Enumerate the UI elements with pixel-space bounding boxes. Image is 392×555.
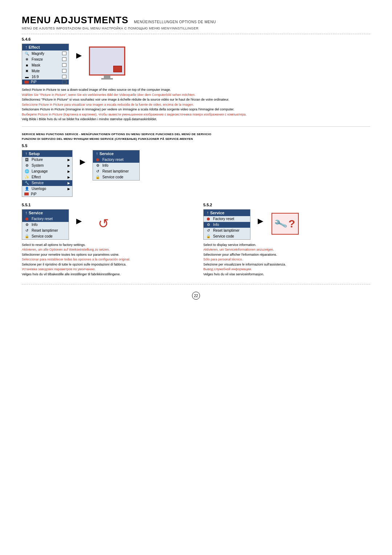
552-item-factory[interactable]: Factory reset <box>204 216 250 222</box>
page-subtitle-2: MENÚ DE AJUSTES IMPOSTAZIONI DAL MENU НА… <box>22 27 370 30</box>
section-551-552-container: 5.5.1 ↑ Service Factory reset ⚙ Info <box>22 203 370 281</box>
mute-label: Mute <box>32 69 40 73</box>
pip-setup-label: PiP <box>31 192 37 196</box>
service-head-line2: FUNZIONI DI SERVIZIO DEL MENU ФУНКЦИИ МЕ… <box>22 137 370 141</box>
service-item-info[interactable]: ⚙ Info <box>93 163 139 169</box>
effect-item-mute[interactable]: ✖ Mute <box>22 68 69 74</box>
effect-item-magnify[interactable]: 🔍 Magnify <box>22 50 69 56</box>
reset-preview: ↺ <box>89 212 118 236</box>
desc-551-fr: Sélectionner pour remettre toutes les op… <box>22 252 189 258</box>
552-info-icon: ⚙ <box>206 222 211 227</box>
setup-item-language[interactable]: 🌐 Language ▶ <box>22 169 72 174</box>
section-552-menus: ↑ Service Factory reset ⚙ Info ↺ Reset l… <box>203 209 370 240</box>
effect-icon: ✨ <box>24 175 29 180</box>
page-title: MENU ADJUSTMENTS <box>22 15 128 25</box>
service-551-menu-label: Service <box>29 211 43 215</box>
desc-551-es: Seleccionar para restablecer todas las o… <box>22 257 189 262</box>
freeze-check <box>62 57 66 61</box>
section-546-label: 5.4.6 <box>22 37 370 41</box>
551-item-code[interactable]: 🔒 Service code <box>22 234 69 239</box>
desc-546-de: Wählen Sie "Picture in Picture", wenn Si… <box>22 93 370 98</box>
552-item-code[interactable]: 🔒 Service code <box>204 234 250 239</box>
section-55: 5.5 ↑ Setup 🖼 Picture ▶ ⚙ System ▶ <box>22 143 370 197</box>
section-546: 5.4.6 ↑ Effect 🔍 Magnify ❄ Freeze <box>22 37 370 122</box>
mid-divider <box>22 126 370 127</box>
service-arrow: ▶ <box>68 181 70 185</box>
setup-item-pip[interactable]: PiP <box>22 192 72 197</box>
desc-546-es: Seleccione Picture in Picture para visua… <box>22 102 370 108</box>
language-icon: 🌐 <box>24 169 29 174</box>
desc-552-en: Select to display service information. <box>203 243 370 248</box>
pip-icon <box>24 81 29 84</box>
effect-item-freeze[interactable]: ❄ Freeze <box>22 56 69 62</box>
setup-item-system[interactable]: ⚙ System ▶ <box>22 163 72 169</box>
551-item-resetlamp[interactable]: ↺ Reset lamptimer <box>22 228 69 234</box>
reset-preview-icon: ↺ <box>98 216 109 231</box>
page-number: 22 <box>192 292 200 300</box>
effect-menu-label: Effect <box>29 45 40 49</box>
552-factory-dot-icon <box>206 216 211 222</box>
service-head-line1: SERVICE MENU FUNCTIONS SERVICE - MENÜFUN… <box>22 133 370 136</box>
setup-item-picture[interactable]: 🖼 Picture ▶ <box>22 157 72 163</box>
service-551-up-arrow: ↑ <box>25 210 27 215</box>
info-preview: 🔧 ? <box>270 212 299 236</box>
service-item-factory[interactable]: Factory reset <box>93 157 139 163</box>
setup-item-effect[interactable]: ✨ Effect ▶ <box>22 174 72 180</box>
top-divider <box>22 34 370 34</box>
desc-552-no: Velges hvis du vil vise serviceinformasj… <box>203 272 370 277</box>
551-resetlamp-label: Reset lamptimer <box>32 228 58 232</box>
service-up-arrow: ↑ <box>96 151 98 156</box>
language-label: Language <box>32 169 48 173</box>
pip-setup-icon <box>24 193 29 195</box>
551-item-info[interactable]: ⚙ Info <box>22 222 69 228</box>
menu-arrow-551: ▶ <box>76 216 82 225</box>
section-551-menus: ↑ Service Factory reset ⚙ Info ↺ Reset l… <box>22 209 189 240</box>
system-icon: ⚙ <box>24 163 29 168</box>
userlogo-arrow: ▶ <box>68 187 70 191</box>
552-item-info[interactable]: ⚙ Info <box>204 222 250 228</box>
setup-menu-title: ↑ Setup <box>22 150 72 157</box>
section-552-desc: Select to display service information. A… <box>203 243 370 277</box>
551-servicecode-icon: 🔒 <box>24 234 29 239</box>
magnify-icon: 🔍 <box>24 51 29 56</box>
setup-item-service[interactable]: 🔧 Service ▶ <box>22 180 72 186</box>
551-info-label: Info <box>32 223 38 227</box>
magnify-label: Magnify <box>32 52 44 56</box>
effect-item-mask[interactable]: ■ Mask <box>22 62 69 68</box>
desc-546-ru: Выберите Picture in Picture (Картинка в … <box>22 112 370 117</box>
desc-551-no: Velges hvis du vil tilbakestille alle in… <box>22 272 189 277</box>
setup-up-arrow: ↑ <box>25 151 27 156</box>
mask-icon: ■ <box>24 62 29 68</box>
wrench-icon: 🔧 <box>273 216 288 231</box>
pip-monitor-preview <box>89 46 125 76</box>
mask-check <box>62 63 66 67</box>
552-servicecode-icon: 🔒 <box>206 234 211 239</box>
page-header: MENU ADJUSTMENTS MENÜEINSTELLUNGEN OPTIO… <box>22 15 370 30</box>
552-item-resetlamp[interactable]: ↺ Reset lamptimer <box>204 228 250 234</box>
effect-menu-box: ↑ Effect 🔍 Magnify ❄ Freeze ■ <box>22 44 69 85</box>
service-item-resetlamp[interactable]: ↺ Reset lamptimer <box>93 169 139 174</box>
info-preview-box: 🔧 ? <box>271 213 299 235</box>
freeze-label: Freeze <box>32 57 43 61</box>
desc-551-de: Aktivieren, um alle Optionen auf Werksei… <box>22 247 189 252</box>
setup-menu-box: ↑ Setup 🖼 Picture ▶ ⚙ System ▶ 🌐 Languag… <box>22 150 73 197</box>
effect-item-pip[interactable]: PiP <box>22 80 69 84</box>
551-item-factory[interactable]: Factory reset <box>22 216 69 222</box>
resetlamp-icon: ↺ <box>95 169 100 174</box>
169-label: 16:9 <box>32 75 38 79</box>
menu-up-arrow: ↑ <box>25 45 27 50</box>
552-info-label: Info <box>213 223 219 227</box>
system-label: System <box>32 163 44 167</box>
effect-item-169[interactable]: ▬ 16:9 <box>22 74 69 80</box>
552-servicecode-label: Service code <box>213 234 234 238</box>
desc-546-no: Velg Bilde i Bilde hvis du vil se bildet… <box>22 117 370 122</box>
setup-item-userlogo[interactable]: 👤 Userlogo ▶ <box>22 186 72 192</box>
page: MENU ADJUSTMENTS MENÜEINSTELLUNGEN OPTIO… <box>0 0 392 314</box>
factory-label: Factory reset <box>102 158 123 162</box>
service-item-code[interactable]: 🔒 Service code <box>93 174 139 180</box>
desc-552-it: Selezione per visualizzare le informazio… <box>203 262 370 267</box>
551-factory-label: Factory reset <box>32 217 53 221</box>
552-resetlamp-icon: ↺ <box>206 228 211 233</box>
169-check <box>62 75 66 78</box>
section-552: 5.5.2 ↑ Service Factory reset ⚙ Info <box>203 203 370 281</box>
